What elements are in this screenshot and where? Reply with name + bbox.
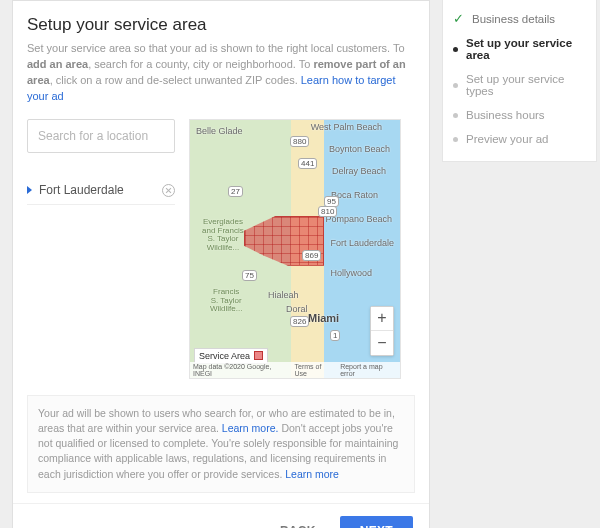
- page-title: Setup your service area: [27, 15, 415, 35]
- map-label: Doral: [286, 304, 308, 314]
- route-shield: 441: [298, 158, 317, 169]
- map-label: Fort Lauderdale: [330, 238, 394, 248]
- service-area-map[interactable]: Belle Glade West Palm Beach Boynton Beac…: [189, 119, 401, 379]
- area-row-fort-lauderdale[interactable]: Fort Lauderdale: [27, 177, 175, 205]
- step-label: Business details: [472, 13, 555, 25]
- disclaimer-learn-more-2[interactable]: Learn more: [285, 468, 339, 480]
- remove-area-icon[interactable]: [162, 184, 175, 197]
- map-label: Miami: [308, 312, 339, 324]
- check-icon: ✓: [453, 12, 464, 25]
- map-label: Boynton Beach: [329, 144, 390, 154]
- disclaimer-box: Your ad will be shown to users who searc…: [27, 395, 415, 493]
- map-park-label: Everglades and Francis S. Taylor Wildlif…: [202, 218, 244, 253]
- disclaimer-learn-more-1[interactable]: Learn more.: [222, 422, 279, 434]
- legend-swatch-icon: [254, 351, 263, 360]
- map-park-label: Francis S. Taylor Wildlife...: [210, 288, 242, 314]
- map-label: West Palm Beach: [311, 122, 382, 132]
- caret-right-icon: [27, 186, 32, 194]
- next-button[interactable]: NEXT: [340, 516, 413, 528]
- map-label: Hollywood: [330, 268, 372, 278]
- wizard-steps: ✓ Business details Set up your service a…: [442, 0, 597, 162]
- service-area-card: Setup your service area Set your service…: [12, 0, 430, 528]
- step-label: Set up your service area: [466, 37, 586, 61]
- route-shield: 826: [290, 316, 309, 327]
- bullet-icon: [453, 83, 458, 88]
- map-label: Delray Beach: [332, 166, 386, 176]
- back-button[interactable]: BACK: [272, 516, 324, 528]
- route-shield: 810: [318, 206, 337, 217]
- route-shield: 880: [290, 136, 309, 147]
- terms-link[interactable]: Terms of Use: [295, 363, 335, 377]
- zoom-in-button[interactable]: +: [371, 307, 393, 331]
- route-shield: 27: [228, 186, 243, 197]
- area-name: Fort Lauderdale: [39, 183, 162, 197]
- wizard-actions: BACK NEXT: [13, 503, 429, 528]
- location-search-input[interactable]: [27, 119, 175, 153]
- bullet-icon: [453, 113, 458, 118]
- map-zoom-control: + −: [370, 306, 394, 356]
- map-label: Hialeah: [268, 290, 299, 300]
- report-link[interactable]: Report a map error: [340, 363, 397, 377]
- map-label: Belle Glade: [196, 126, 243, 136]
- step-label: Business hours: [466, 109, 545, 121]
- zoom-out-button[interactable]: −: [371, 331, 393, 355]
- map-attribution: Map data ©2020 Google, INEGI Terms of Us…: [190, 362, 400, 378]
- bullet-icon: [453, 47, 458, 52]
- step-business-details[interactable]: ✓ Business details: [449, 6, 590, 31]
- step-label: Set up your service types: [466, 73, 586, 97]
- step-business-hours[interactable]: Business hours: [449, 103, 590, 127]
- step-label: Preview your ad: [466, 133, 548, 145]
- route-shield: 1: [330, 330, 340, 341]
- step-preview-ad[interactable]: Preview your ad: [449, 127, 590, 151]
- route-shield: 869: [302, 250, 321, 261]
- step-service-types[interactable]: Set up your service types: [449, 67, 590, 103]
- route-shield: 75: [242, 270, 257, 281]
- bullet-icon: [453, 137, 458, 142]
- step-service-area[interactable]: Set up your service area: [449, 31, 590, 67]
- page-description: Set your service area so that your ad is…: [27, 41, 415, 105]
